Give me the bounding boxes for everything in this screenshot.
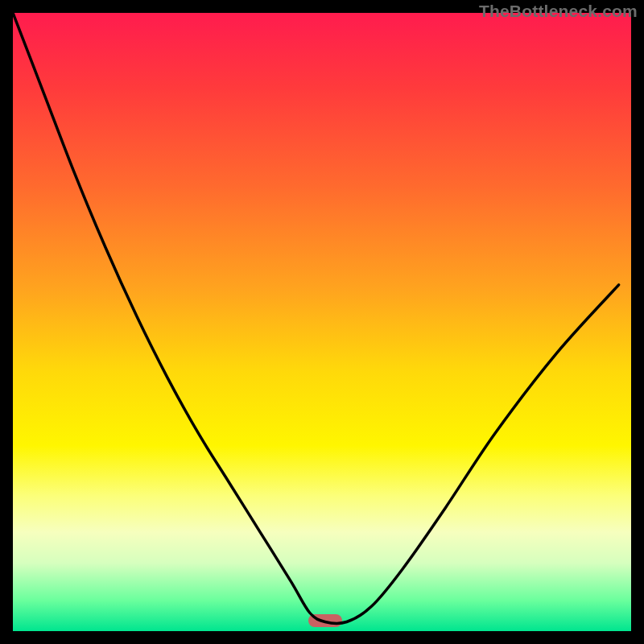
plot-area xyxy=(13,13,631,631)
chart-container: TheBottleneck.com xyxy=(0,0,644,644)
bottleneck-curve xyxy=(13,13,619,623)
curve-svg xyxy=(13,13,631,631)
watermark-text: TheBottleneck.com xyxy=(479,2,638,21)
